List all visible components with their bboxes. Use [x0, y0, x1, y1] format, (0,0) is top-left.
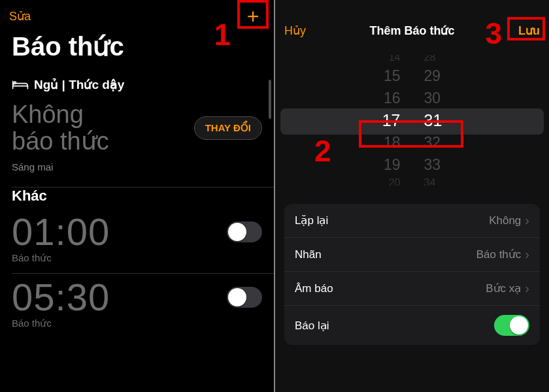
change-button[interactable]: THAY ĐỔI: [194, 116, 262, 140]
picker-value: 20: [354, 176, 401, 186]
page-title: Báo thức: [0, 26, 274, 72]
picker-value: 29: [424, 65, 471, 87]
sound-row[interactable]: Âm báo Bức xạ ›: [284, 272, 540, 306]
picker-value: 30: [424, 87, 471, 109]
name-label: Nhãn: [295, 248, 322, 261]
repeat-label: Lặp lại: [295, 214, 328, 227]
picker-value: 16: [354, 87, 401, 109]
alarm-time: 05:30: [12, 278, 110, 316]
toggle-knob: [228, 288, 246, 306]
sleep-alarm-row: Không báo thức THAY ĐỔI: [0, 99, 274, 155]
minute-picker-column[interactable]: 28 29 30 31 32 33 34: [412, 55, 471, 186]
picker-value: 18: [354, 131, 401, 154]
time-picker[interactable]: 14 15 16 17 18 19 20 28 29 30 31 32 33 3…: [275, 55, 549, 186]
other-section-heading: Khác: [0, 188, 274, 208]
alarm-label: Báo thức: [0, 318, 274, 338]
picker-value: 15: [354, 65, 401, 87]
snooze-label: Báo lại: [295, 319, 329, 333]
sleep-wake-heading: Ngủ | Thức dậy: [12, 77, 262, 96]
no-alarm-text: Không báo thức: [12, 101, 109, 155]
alarm-settings-card: Lặp lại Không › Nhãn Báo thức › Âm báo B…: [284, 204, 540, 345]
toggle-knob: [228, 223, 246, 241]
scroll-indicator[interactable]: [269, 80, 271, 119]
picker-value: 19: [354, 154, 401, 176]
name-value-text: Báo thức: [476, 248, 522, 261]
edit-button[interactable]: Sửa: [9, 9, 31, 24]
tomorrow-label: Sáng mai: [0, 155, 274, 187]
picker-value: 28: [424, 55, 471, 65]
alarm-toggle[interactable]: [227, 287, 262, 308]
chevron-right-icon: ›: [525, 213, 529, 228]
sound-value: Bức xạ ›: [486, 281, 529, 296]
repeat-value: Không ›: [489, 213, 529, 228]
snooze-toggle[interactable]: [494, 315, 529, 336]
label-row[interactable]: Nhãn Báo thức ›: [284, 238, 540, 272]
sound-value-text: Bức xạ: [486, 282, 521, 295]
alarm-label: Báo thức: [0, 252, 274, 273]
bed-icon: [12, 79, 29, 91]
hour-picker-column[interactable]: 14 15 16 17 18 19 20: [354, 55, 412, 186]
add-alarm-screen: Hủy Thêm Báo thức Lưu 14 15 16 17 18 19 …: [275, 0, 549, 392]
chevron-right-icon: ›: [525, 281, 529, 296]
nav-bar: Sửa +: [0, 0, 274, 26]
alarm-toggle[interactable]: [227, 221, 262, 242]
sound-label: Âm báo: [295, 282, 333, 295]
picker-value-selected: 31: [424, 109, 471, 131]
picker-value: 34: [424, 176, 471, 186]
snooze-row: Báo lại: [284, 306, 540, 345]
picker-value: 14: [354, 55, 401, 65]
alarm-list-screen: Sửa + Báo thức Ngủ | Thức dậy Không báo …: [0, 0, 274, 392]
repeat-value-text: Không: [489, 214, 521, 227]
add-alarm-button[interactable]: +: [241, 5, 265, 28]
picker-value-selected: 17: [354, 109, 401, 131]
modal-nav-bar: Hủy Thêm Báo thức Lưu: [275, 0, 549, 42]
alarm-item[interactable]: 01:00: [0, 208, 274, 252]
cancel-button[interactable]: Hủy: [284, 24, 306, 38]
alarm-time: 01:00: [12, 213, 110, 251]
sleep-wake-label: Ngủ | Thức dậy: [34, 77, 124, 92]
name-value: Báo thức ›: [476, 247, 529, 262]
alarm-item[interactable]: 05:30: [0, 274, 274, 318]
no-alarm-line1: Không: [12, 101, 84, 128]
sleep-wake-section: Ngủ | Thức dậy: [0, 72, 274, 99]
plus-icon: +: [247, 6, 259, 27]
repeat-row[interactable]: Lặp lại Không ›: [284, 204, 540, 238]
save-button[interactable]: Lưu: [518, 24, 540, 38]
modal-title: Thêm Báo thức: [369, 24, 454, 38]
no-alarm-line2: báo thức: [12, 127, 109, 155]
picker-value: 33: [424, 154, 471, 176]
chevron-right-icon: ›: [525, 247, 529, 262]
picker-value: 32: [424, 131, 471, 154]
toggle-knob: [510, 316, 528, 335]
